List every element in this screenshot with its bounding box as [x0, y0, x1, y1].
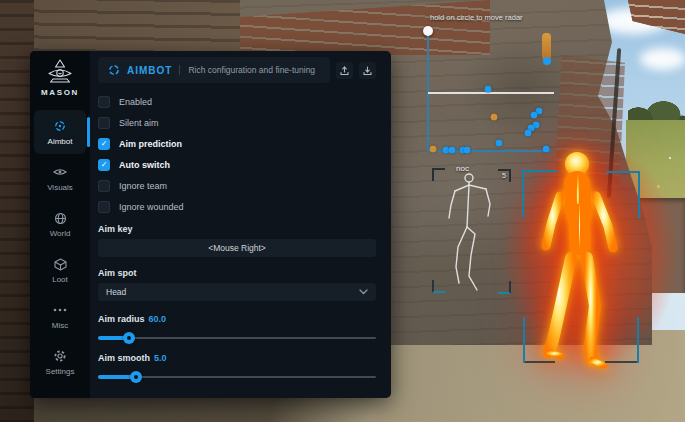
checkbox-ignore-wounded[interactable]: Ignore wounded — [98, 196, 376, 217]
tab-header: AIMBOT Rich configuration and fine-tunin… — [98, 57, 330, 83]
page-title: AIMBOT — [127, 65, 172, 76]
aim-smooth-value: 5.0 — [154, 353, 167, 363]
cheat-menu-window: MASON AimbotVisualsWorldLootMiscSettings… — [30, 51, 391, 398]
checkbox-silent-aim[interactable]: Silent aim — [98, 112, 376, 133]
skeleton-bracket-bl — [432, 280, 445, 293]
upload-icon — [339, 65, 350, 76]
checkbox-auto-switch[interactable]: ✓Auto switch — [98, 154, 376, 175]
sidebar: MASON AimbotVisualsWorldLootMiscSettings — [30, 51, 90, 398]
chevron-down-icon — [359, 289, 368, 295]
dark-brick-left — [0, 0, 34, 422]
player-bracket — [522, 170, 557, 172]
page-subtitle: Rich configuration and fine-tuning — [179, 65, 315, 75]
sidebar-item-loot[interactable]: Loot — [34, 248, 86, 292]
checkbox-label: Ignore team — [119, 181, 167, 191]
checkbox-aim-prediction[interactable]: ✓Aim prediction — [98, 133, 376, 154]
sidebar-item-aimbot[interactable]: Aimbot — [34, 110, 86, 154]
crosshair-ring-icon — [108, 64, 120, 76]
esp-distance: 5 — [502, 172, 506, 179]
sidebar-item-label: Misc — [52, 321, 68, 330]
sidebar-item-label: Loot — [52, 275, 68, 284]
globe-icon — [54, 211, 67, 226]
aim-key-label: Aim key — [98, 222, 376, 236]
header-row: AIMBOT Rich configuration and fine-tunin… — [98, 57, 376, 83]
player-bracket — [637, 317, 639, 363]
aim-spot-value: Head — [106, 287, 359, 297]
checkbox-ignore-team[interactable]: Ignore team — [98, 175, 376, 196]
sidebar-item-label: World — [50, 229, 71, 238]
highlighted-player-model — [524, 142, 644, 387]
eye-icon — [53, 165, 67, 180]
screen: noc 5 hold on circle to move radar — [0, 0, 685, 422]
aim-smooth-fill — [98, 375, 136, 379]
sidebar-item-label: Visuals — [47, 183, 73, 192]
gear-icon — [53, 349, 67, 364]
checkbox-label: Enabled — [119, 97, 152, 107]
skeleton-esp — [428, 162, 516, 296]
radar-range-line — [428, 92, 554, 94]
aim-radius-knob[interactable] — [123, 332, 135, 344]
slider-track — [98, 337, 376, 339]
sidebar-item-visuals[interactable]: Visuals — [34, 156, 86, 200]
player-bracket — [638, 171, 640, 218]
download-icon — [362, 65, 373, 76]
aim-radius-label: Aim radius 60.0 — [98, 312, 376, 326]
checkbox-box[interactable] — [98, 117, 110, 129]
checkbox-box[interactable]: ✓ — [98, 138, 110, 150]
download-config-button[interactable] — [359, 62, 376, 79]
ellipsis-icon — [53, 303, 67, 318]
aim-smooth-label: Aim smooth 5.0 — [98, 351, 376, 365]
checkbox-list: EnabledSilent aim✓Aim prediction✓Auto sw… — [98, 91, 376, 217]
player-bracket — [605, 361, 637, 363]
cloud — [640, 48, 685, 70]
checkbox-box[interactable]: ✓ — [98, 159, 110, 171]
sidebar-nav: AimbotVisualsWorldLootMiscSettings — [30, 110, 90, 384]
sidebar-item-label: Settings — [46, 367, 75, 376]
aim-spot-select[interactable]: Head — [98, 283, 376, 301]
radar-drag-handle[interactable] — [423, 26, 433, 36]
radar-hint-text: hold on circle to move radar — [430, 13, 523, 22]
aim-smooth-knob[interactable] — [130, 371, 142, 383]
aim-radius-value: 60.0 — [149, 314, 167, 324]
sidebar-item-world[interactable]: World — [34, 202, 86, 246]
checkbox-label: Auto switch — [119, 160, 170, 170]
logo: MASON — [41, 58, 79, 97]
player-bracket — [606, 171, 640, 173]
check-icon: ✓ — [101, 140, 108, 148]
checkbox-box[interactable] — [98, 96, 110, 108]
active-tab-indicator — [87, 117, 90, 147]
skeleton-bracket-tl — [432, 168, 445, 181]
logo-text: MASON — [41, 88, 79, 97]
checkbox-label: Ignore wounded — [119, 202, 184, 212]
main-panel: AIMBOT Rich configuration and fine-tunin… — [90, 51, 391, 398]
dark-brick-top — [0, 0, 240, 55]
all-seeing-eye-icon — [45, 58, 75, 85]
aim-radius-fill — [98, 336, 129, 340]
cube-icon — [54, 257, 67, 272]
aim-key-button[interactable]: <Mouse Right> — [98, 239, 376, 257]
player-bracket — [522, 170, 524, 218]
player-bracket — [523, 317, 525, 363]
esp-player-name: noc — [456, 164, 469, 173]
aim-smooth-slider[interactable] — [98, 371, 376, 383]
checkbox-box[interactable] — [98, 180, 110, 192]
radar-bottom-edge — [427, 150, 551, 152]
checkbox-label: Silent aim — [119, 118, 159, 128]
checkbox-enabled[interactable]: Enabled — [98, 91, 376, 112]
radar-orange-marker — [542, 33, 551, 60]
sidebar-item-settings[interactable]: Settings — [34, 340, 86, 384]
aim-radius-slider[interactable] — [98, 332, 376, 344]
crosshair-icon — [53, 119, 67, 134]
sidebar-item-misc[interactable]: Misc — [34, 294, 86, 338]
sidebar-item-label: Aimbot — [48, 137, 73, 146]
upload-config-button[interactable] — [336, 62, 353, 79]
player-bracket — [525, 361, 555, 363]
radar-marker-dot — [543, 57, 551, 65]
checkbox-label: Aim prediction — [119, 139, 182, 149]
skeleton-bracket-br — [498, 281, 511, 294]
aim-spot-label: Aim spot — [98, 266, 376, 280]
checkbox-box[interactable] — [98, 201, 110, 213]
check-icon: ✓ — [101, 161, 108, 169]
